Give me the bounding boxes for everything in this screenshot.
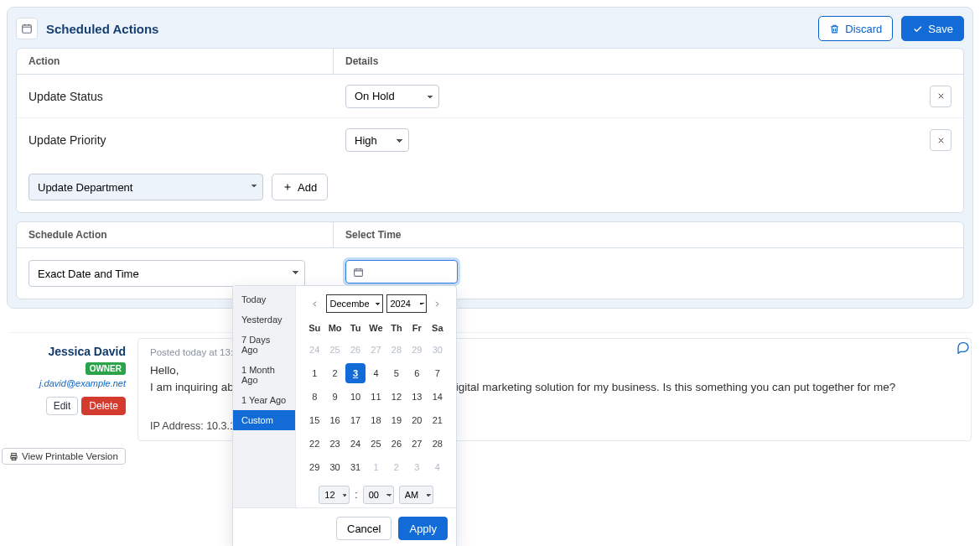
cal-day[interactable]: 11 — [366, 387, 386, 407]
cal-day[interactable]: 25 — [366, 434, 386, 454]
date-input[interactable] — [345, 260, 458, 283]
message-user: Jessica David — [8, 345, 126, 358]
action-value-select[interactable]: High — [345, 128, 409, 152]
cal-day[interactable]: 27 — [366, 340, 386, 360]
printable-label: View Printable Version — [22, 451, 118, 461]
cal-dow: Mo — [324, 320, 345, 336]
month-select[interactable]: December — [326, 294, 383, 313]
message-email[interactable]: j.david@example.net — [8, 378, 126, 388]
cal-dow: Fr — [407, 320, 427, 336]
remove-row-button[interactable] — [930, 86, 951, 107]
cal-day[interactable]: 26 — [345, 340, 366, 360]
remove-row-button[interactable] — [930, 129, 951, 151]
cal-day[interactable]: 29 — [407, 340, 427, 360]
add-action-row: Update Department Add — [17, 162, 963, 212]
cal-day[interactable]: 4 — [428, 457, 448, 477]
cal-day[interactable]: 30 — [324, 457, 345, 477]
cal-day[interactable]: 9 — [324, 387, 345, 407]
add-button[interactable]: Add — [272, 174, 328, 200]
col-header-details: Details — [334, 49, 963, 74]
cal-day[interactable]: 6 — [407, 363, 427, 383]
preset-item[interactable]: Yesterday — [233, 309, 295, 330]
actions-table-head: Action Details — [17, 49, 963, 75]
close-icon — [936, 91, 946, 101]
hour-select[interactable]: 12 — [319, 486, 350, 504]
cal-day[interactable]: 25 — [324, 340, 345, 360]
printable-button[interactable]: View Printable Version — [2, 448, 126, 465]
cal-day[interactable]: 24 — [345, 434, 366, 454]
schedule-table: Schedule Action Select Time Exact Date a… — [16, 221, 964, 299]
cal-day[interactable]: 14 — [428, 387, 448, 407]
datepicker-cancel-button[interactable]: Cancel — [336, 517, 391, 540]
cal-day[interactable]: 30 — [428, 340, 448, 360]
cal-day[interactable]: 4 — [366, 363, 386, 383]
cal-day[interactable]: 13 — [407, 387, 427, 407]
cal-day[interactable]: 28 — [428, 434, 448, 454]
action-label: Update Priority — [17, 127, 334, 153]
chat-icon[interactable] — [957, 341, 970, 356]
calendar-icon — [16, 18, 38, 39]
cal-day[interactable]: 23 — [324, 434, 345, 454]
minute-select[interactable]: 00 — [363, 486, 394, 504]
cal-day[interactable]: 19 — [386, 410, 407, 430]
add-label: Add — [298, 181, 317, 194]
col-header-time: Select Time — [334, 222, 963, 247]
cal-day[interactable]: 15 — [304, 410, 324, 430]
cal-day[interactable]: 18 — [366, 410, 386, 430]
schedule-mode-select[interactable]: Exact Date and Time — [29, 260, 305, 287]
cal-day[interactable]: 5 — [386, 363, 407, 383]
discard-button[interactable]: Discard — [818, 16, 893, 41]
cal-day[interactable]: 27 — [407, 434, 427, 454]
close-icon — [936, 136, 946, 145]
cal-day[interactable]: 28 — [386, 340, 407, 360]
calendar-grid: SuMoTuWeThFrSa24252627282930123456789101… — [304, 320, 448, 477]
cal-day[interactable]: 12 — [386, 387, 407, 407]
cal-day[interactable]: 29 — [304, 457, 324, 477]
edit-button[interactable]: Edit — [46, 397, 79, 415]
cal-day[interactable]: 7 — [428, 363, 448, 383]
cal-day[interactable]: 24 — [304, 340, 324, 360]
cal-day[interactable]: 26 — [386, 434, 407, 454]
cal-day[interactable]: 1 — [366, 457, 386, 477]
cal-dow: Su — [304, 320, 324, 336]
preset-item[interactable]: 7 Days Ago — [233, 330, 295, 360]
col-header-schedule: Schedule Action — [17, 222, 334, 247]
calendar: December 2024 SuMoTuWeThFrSa242526272829… — [296, 286, 456, 507]
trash-icon — [829, 23, 840, 34]
schedule-table-head: Schedule Action Select Time — [17, 222, 963, 248]
cal-day[interactable]: 17 — [345, 410, 366, 430]
save-button[interactable]: Save — [901, 16, 964, 41]
new-action-select[interactable]: Update Department — [29, 174, 263, 200]
delete-button[interactable]: Delete — [81, 397, 126, 415]
cal-day[interactable]: 21 — [428, 410, 448, 430]
cal-day[interactable]: 2 — [386, 457, 407, 477]
action-row: Update StatusOn Hold — [17, 75, 963, 118]
cal-day[interactable]: 3 — [345, 363, 366, 383]
action-label: Update Status — [17, 83, 334, 110]
year-select[interactable]: 2024 — [386, 294, 427, 313]
cal-day[interactable]: 10 — [345, 387, 366, 407]
cal-day[interactable]: 22 — [304, 434, 324, 454]
check-icon — [912, 23, 923, 34]
cal-day[interactable]: 20 — [407, 410, 427, 430]
save-label: Save — [928, 23, 953, 35]
cal-day[interactable]: 31 — [345, 457, 366, 477]
cal-day[interactable]: 1 — [304, 363, 324, 383]
preset-item[interactable]: Today — [233, 289, 295, 309]
preset-item[interactable]: 1 Year Ago — [233, 390, 295, 410]
cal-day[interactable]: 8 — [304, 387, 324, 407]
svg-rect-0 — [23, 25, 32, 33]
cal-day[interactable]: 16 — [324, 410, 345, 430]
panel-title: Scheduled Actions — [46, 22, 810, 36]
prev-month-button[interactable] — [308, 296, 323, 311]
preset-item[interactable]: Custom — [233, 410, 295, 430]
col-header-action: Action — [17, 49, 334, 74]
ampm-select[interactable]: AM — [399, 486, 433, 504]
cal-day[interactable]: 3 — [407, 457, 427, 477]
preset-item[interactable]: 1 Month Ago — [233, 360, 295, 390]
message-card: Jessica David OWNER j.david@example.net … — [8, 332, 972, 441]
next-month-button[interactable] — [430, 296, 445, 311]
action-value-select[interactable]: On Hold — [345, 85, 439, 108]
cal-day[interactable]: 2 — [324, 363, 345, 383]
datepicker-apply-button[interactable]: Apply — [398, 517, 448, 540]
